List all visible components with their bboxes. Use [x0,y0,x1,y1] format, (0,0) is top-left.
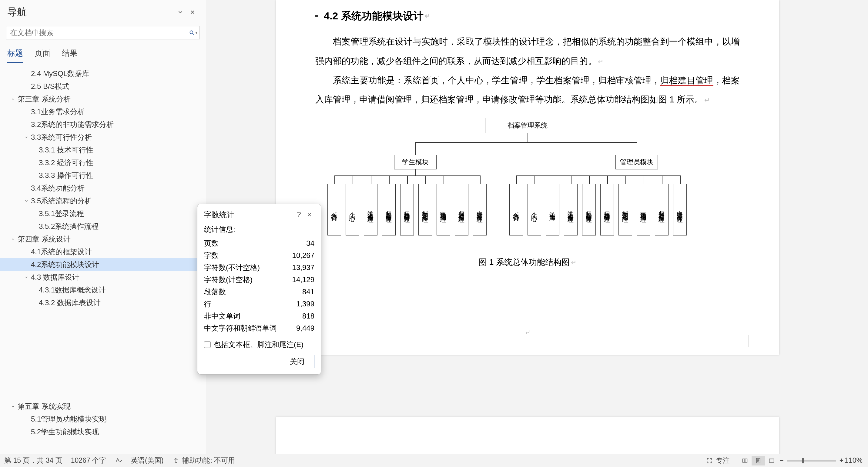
outline-item[interactable]: 4.3 数据库设计 [0,271,206,283]
outline-item[interactable]: 3.5系统流程的分析 [0,195,206,207]
proofing-underline: 归档建目管理 [660,75,713,86]
chart-connector [534,175,535,184]
view-print-layout[interactable] [751,456,765,465]
chart-connector [415,142,416,155]
chart-connector [407,175,408,184]
outline-item[interactable]: 5.1管理员功能模块实现 [0,413,206,426]
word-count-dialog: 字数统计 ? 统计信息: 页数34字数10,267字符数(不计空格)13,937… [197,204,321,374]
outline-item-label: 5.1管理员功能模块实现 [31,414,106,424]
chart-leaf: 学生档案管理 [564,184,578,235]
outline-item[interactable]: 5.2学生功能模块实现 [0,426,206,438]
outline-item[interactable]: 3.5.1登录流程 [0,207,206,220]
figure-caption: 图 1 系统总体功能结构图↵ [315,257,740,268]
stat-row: 非中文单词818 [204,310,314,322]
chart-connector [637,169,637,175]
zoom-in-button[interactable]: + [839,456,843,465]
caret-icon [10,404,16,409]
outline-item[interactable]: 第四章 系统设计 [0,233,206,245]
nav-tab-pages[interactable]: 页面 [35,48,50,63]
paragraph-2: 系统主要功能是：系统首页，个人中心，学生管理，学生档案管理，归档审核管理，归档建… [315,71,740,110]
outline-item-label: 2.4 MySQL数据库 [31,69,89,78]
outline-item[interactable]: 3.3.2 经济可行性 [0,156,206,169]
stat-label: 页数 [204,238,219,248]
nav-tab-results[interactable]: 结果 [62,48,78,63]
chart-leaf-row: 系统首页个人中心学生档案管理归档审核管理归档建目管理档案入库管理申请借阅管理归还… [328,184,487,235]
status-accessibility[interactable]: 辅助功能: 不可用 [172,456,235,465]
outline-item[interactable]: 3.3.3 操作可行性 [0,169,206,182]
outline-item-label: 3.5.1登录流程 [39,209,84,219]
chart-branch: 管理员模块 [616,155,658,169]
stat-value: 841 [302,288,314,296]
outline-item[interactable]: 3.3系统可行性分析 [0,131,206,144]
dialog-help-button[interactable]: ? [294,209,304,220]
dialog-close-button[interactable]: 关闭 [280,355,314,368]
chart-leaf: 申请修改管理 [473,184,487,235]
outline-item[interactable]: 3.2系统的非功能需求分析 [0,118,206,131]
outline-item[interactable]: 2.5 B/S模式 [0,80,206,93]
chart-leaf: 档案入库管理 [418,184,432,235]
outline-item-label: 3.3.1 技术可行性 [39,145,93,155]
dialog-close-x-button[interactable] [304,209,314,220]
include-textboxes-checkbox[interactable]: 包括文本框、脚注和尾注(E) [204,340,314,349]
svg-point-1 [176,458,177,459]
nav-collapse-button[interactable] [174,6,186,18]
status-word-count[interactable]: 10267 个字 [71,456,106,465]
nav-tab-headings[interactable]: 标题 [7,48,23,63]
outline-item[interactable]: 4.3.1数据库概念设计 [0,283,206,296]
zoom-level[interactable]: 110% [845,456,863,465]
chart-connector [352,175,353,184]
status-spellcheck[interactable] [115,457,123,465]
outline-item-label: 4.3.2 数据库表设计 [39,298,101,308]
outline-item[interactable]: 3.1业务需求分析 [0,105,206,118]
caret-icon [32,300,37,305]
caret-icon [24,135,29,140]
caret-icon [10,236,16,242]
status-page-number[interactable]: 第 15 页，共 34 页 [4,456,62,465]
outline-item[interactable]: 3.5.2系统操作流程 [0,220,206,233]
outline-item[interactable]: 4.3.2 数据库表设计 [0,296,206,309]
status-focus-mode[interactable]: 专注 [706,456,730,465]
svg-rect-2 [756,458,760,463]
outline-item-label: 3.4系统功能分析 [31,184,85,193]
zoom-slider-thumb[interactable] [802,458,804,463]
paragraph-mark-icon: ↵ [425,12,430,20]
outline-item[interactable]: 4.2系统功能模块设计 [0,258,206,271]
chart-leaf-row: 系统首页个人中心学生管理学生档案管理归档审核管理归档建目管理档案入库管理申请借阅… [509,184,687,235]
stat-row: 页数34 [204,237,314,249]
stat-value: 13,937 [292,263,314,272]
close-icon [307,212,312,217]
outline-item[interactable]: 2.4 MySQL数据库 [0,67,206,80]
outline-item[interactable]: 3.3.1 技术可行性 [0,144,206,156]
outline-item[interactable]: 3.4系统功能分析 [0,182,206,195]
outline-item-label: 4.1系统的框架设计 [31,247,92,257]
nav-close-button[interactable] [186,6,198,18]
stat-row: 字符数(计空格)14,129 [204,274,314,286]
stat-row: 行1,399 [204,298,314,310]
caret-icon [32,287,37,293]
caret-icon [24,186,29,191]
nav-search-button[interactable]: ▾ [188,27,198,38]
outline-item[interactable]: 第五章 系统实现 [0,400,206,413]
document-page: 4.2 系统功能模块设计 ↵ 档案管理系统在设计与实施时，采取了模块性的设计理念… [276,0,779,355]
status-language[interactable]: 英语(美国) [131,456,163,465]
search-icon [189,30,195,36]
stat-label: 行 [204,299,211,309]
list-bullet-icon [315,15,318,17]
caret-icon [24,429,29,435]
stat-value: 10,267 [292,251,314,260]
outline-item-label: 3.5.2系统操作流程 [39,222,98,231]
outline-item[interactable]: 第三章 系统分析 [0,93,206,105]
caret-icon [32,173,37,178]
help-icon: ? [297,210,301,219]
zoom-out-button[interactable]: − [779,456,783,465]
zoom-slider[interactable] [787,460,836,462]
outline-item[interactable]: 4.1系统的框架设计 [0,245,206,258]
view-web-layout[interactable] [765,456,778,465]
caret-icon [32,160,37,165]
nav-search-input[interactable] [6,26,200,39]
view-read-mode[interactable] [738,456,751,465]
accessibility-icon [172,457,180,465]
stat-row: 中文字符和朝鲜语单词9,449 [204,322,314,334]
chart-leaf: 学生管理 [546,184,559,235]
stat-row: 段落数841 [204,286,314,298]
